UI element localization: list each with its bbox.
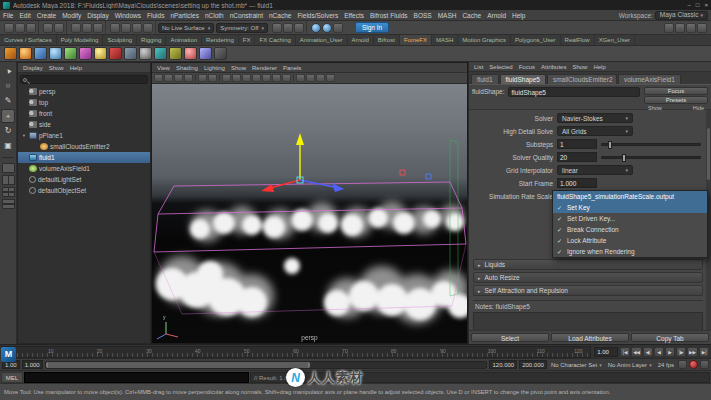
shelf-tab-poly-modeling[interactable]: Poly Modeling	[57, 35, 104, 46]
snap-curve-icon[interactable]	[121, 23, 131, 33]
grid-toggle-icon[interactable]	[222, 74, 231, 82]
output-connections-icon[interactable]	[294, 23, 304, 33]
menu-nparticles[interactable]: nParticles	[167, 10, 202, 21]
tab-volumeaxisfield1[interactable]: volumeAxisField1	[618, 74, 681, 84]
grid-interpolator-dropdown[interactable]: linear▾	[557, 165, 633, 175]
shelf-tool-icon[interactable]	[124, 47, 137, 60]
character-set-dropdown[interactable]: No Character Set▾	[549, 362, 604, 368]
animation-end-field[interactable]: 200.000	[519, 360, 547, 369]
shelf-tool-icon[interactable]	[139, 47, 152, 60]
new-scene-icon[interactable]	[4, 23, 14, 33]
snap-view-plane-icon[interactable]	[143, 23, 153, 33]
outliner-item-front[interactable]: front	[18, 108, 150, 119]
outliner-item-side[interactable]: side	[18, 119, 150, 130]
move-manipulator[interactable]	[261, 133, 344, 192]
shelf-tab-xgen-user[interactable]: XGen_User	[595, 35, 635, 46]
emitter-locator[interactable]	[400, 170, 405, 175]
slider-handle[interactable]	[608, 141, 612, 149]
ae-menu-show[interactable]: Show	[569, 64, 590, 70]
ae-menu-selected[interactable]: Selected	[486, 64, 515, 70]
viewport-menu-panels[interactable]: Panels	[280, 65, 304, 71]
resolution-gate-icon[interactable]	[242, 74, 251, 82]
shelf-tab-mash[interactable]: MASH	[432, 35, 458, 46]
channel-box-toggle-icon[interactable]	[697, 23, 707, 33]
menu-arnold[interactable]: Arnold	[484, 10, 509, 21]
outliner-item-defaultobjectset[interactable]: defaultObjectSet	[18, 185, 150, 196]
outliner-item-top[interactable]: top	[18, 97, 150, 108]
outliner-menu-show[interactable]: Show	[46, 65, 67, 71]
viewport-menu-shading[interactable]: Shading	[173, 65, 201, 71]
outliner-menu-help[interactable]: Help	[67, 65, 85, 71]
outliner-item-persp[interactable]: persp	[18, 86, 150, 97]
menu-cache[interactable]: Cache	[459, 10, 484, 21]
tab-fluid1[interactable]: fluid1	[471, 74, 499, 84]
context-menu-lock-attribute[interactable]: ✓Lock Attribute	[553, 235, 707, 246]
menu-create[interactable]: Create	[34, 10, 60, 21]
shelf-tool-icon[interactable]	[199, 47, 212, 60]
menu-edit[interactable]: Edit	[16, 10, 33, 21]
paint-select-tool-icon[interactable]: ✎	[1, 94, 15, 108]
section-liquids[interactable]: ▸Liquids	[473, 259, 703, 270]
set-key-icon[interactable]	[678, 360, 687, 369]
shelf-tab-sculpting[interactable]: Sculpting	[103, 35, 137, 46]
shelf-tool-icon[interactable]	[49, 47, 62, 60]
solver-quality-field[interactable]: 20	[557, 152, 597, 162]
outliner-item-pplane1[interactable]: ▾pPlane1	[18, 130, 150, 141]
menu-display[interactable]: Display	[84, 10, 111, 21]
menu-nconstraint[interactable]: nConstraint	[227, 10, 266, 21]
redo-icon[interactable]	[54, 23, 64, 33]
image-plane-icon[interactable]	[184, 74, 193, 82]
shaded-mode-icon[interactable]	[306, 74, 315, 82]
perspective-viewport[interactable]: View Shading Lighting Show Renderer Pane…	[151, 62, 468, 344]
symmetry-dropdown[interactable]: Symmetry: Off ▾	[216, 23, 268, 33]
snap-grid-icon[interactable]	[110, 23, 120, 33]
lock-camera-icon[interactable]	[154, 74, 163, 82]
rotate-tool-icon[interactable]: ↻	[1, 124, 15, 138]
context-menu-set-key[interactable]: ✓Set Key	[553, 202, 707, 213]
film-gate-icon[interactable]	[232, 74, 241, 82]
substeps-slider[interactable]	[601, 143, 701, 146]
expand-arrow-icon[interactable]: ▾	[21, 133, 27, 138]
menu-fields-solvers[interactable]: Fields/Solvers	[294, 10, 341, 21]
context-menu-set-driven-key[interactable]: ✓Set Driven Key...	[553, 213, 707, 224]
menu-windows[interactable]: Windows	[112, 10, 144, 21]
construction-history-icon[interactable]	[283, 23, 293, 33]
gate-mask-icon[interactable]	[252, 74, 261, 82]
substeps-field[interactable]: 1	[557, 139, 597, 149]
shelf-tab-curves-surfaces[interactable]: Curves / Surfaces	[0, 35, 57, 46]
workspace-selector[interactable]: Workspace: Maya Classic▾	[619, 11, 711, 20]
animation-preferences-icon[interactable]	[700, 360, 709, 369]
live-surface-dropdown[interactable]: No Live Surface ▾	[158, 23, 214, 33]
select-button[interactable]: Select	[471, 333, 549, 342]
ae-menu-focus[interactable]: Focus	[516, 64, 538, 70]
wireframe-mode-icon[interactable]	[296, 74, 305, 82]
safe-title-icon[interactable]	[282, 74, 291, 82]
ae-menu-attributes[interactable]: Attributes	[538, 64, 569, 70]
shelf-tool-icon[interactable]	[34, 47, 47, 60]
bookmark-icon[interactable]	[174, 74, 183, 82]
workspace-value[interactable]: Maya Classic▾	[655, 11, 708, 20]
shelf-tab-bifrost[interactable]: Bifrost	[374, 35, 400, 46]
shelf-tool-icon[interactable]	[19, 47, 32, 60]
shelf-tool-icon[interactable]	[94, 47, 107, 60]
menu-file[interactable]: File	[0, 10, 16, 21]
shelf-tab-arnold[interactable]: Arnold	[348, 35, 374, 46]
scrollbar-thumb[interactable]	[707, 128, 710, 180]
close-button[interactable]: ×	[704, 0, 708, 10]
menu-help[interactable]: Help	[509, 10, 528, 21]
tool-settings-toggle-icon[interactable]	[686, 23, 696, 33]
outliner-menu-display[interactable]: Display	[20, 65, 46, 71]
ipr-render-icon[interactable]	[322, 23, 332, 33]
input-connections-icon[interactable]	[272, 23, 282, 33]
menu-boss[interactable]: BOSS	[411, 10, 435, 21]
shelf-tab-rigging[interactable]: Rigging	[137, 35, 166, 46]
solver-quality-slider[interactable]	[601, 156, 701, 159]
shelf-tab-fumefx[interactable]: FumeFX	[400, 35, 432, 46]
step-forward-key-button[interactable]: |▶	[676, 347, 686, 357]
shelf-tab-animation[interactable]: Animation	[166, 35, 202, 46]
playback-range-bar[interactable]	[46, 362, 310, 368]
menu-effects[interactable]: Effects	[341, 10, 367, 21]
shelf-tool-icon[interactable]	[4, 47, 17, 60]
oversampling-icon[interactable]	[208, 74, 217, 82]
shelf-tool-icon[interactable]	[154, 47, 167, 60]
